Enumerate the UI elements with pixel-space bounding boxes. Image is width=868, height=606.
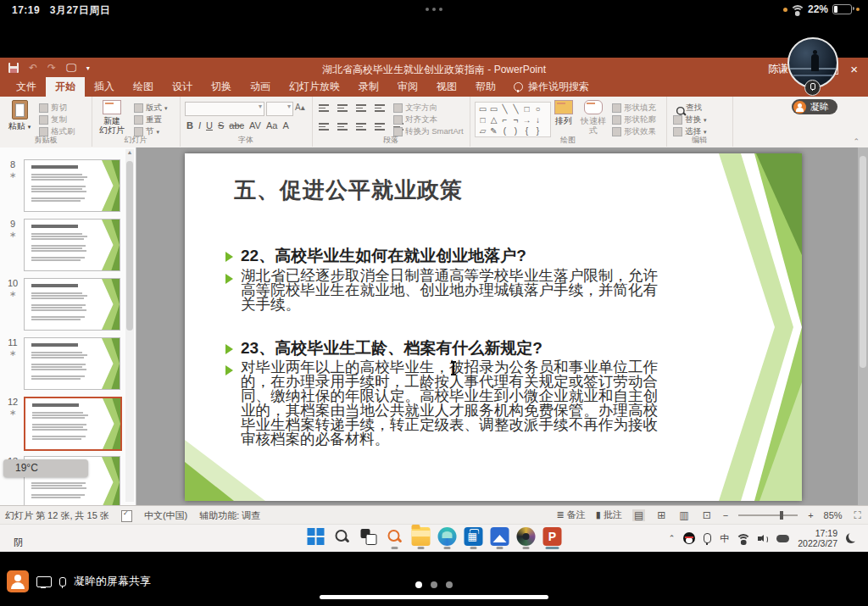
tray-clock[interactable]: 17:192022/3/27 <box>798 528 837 548</box>
redo-icon[interactable]: ↷ <box>47 62 56 74</box>
decrease-indent-icon[interactable] <box>356 104 366 112</box>
tell-me-search[interactable]: 操作说明搜索 <box>505 77 598 97</box>
font-tool-aa[interactable]: Aa <box>266 120 277 131</box>
zoom-slider[interactable] <box>738 514 798 516</box>
text-direction-button[interactable]: 文字方向 <box>393 103 437 114</box>
save-icon[interactable] <box>8 63 19 73</box>
comments-toggle[interactable]: ▮ 批注 <box>596 509 622 521</box>
find-button[interactable]: 查找 <box>673 103 702 114</box>
weather-widget-condition[interactable]: 阴 <box>14 537 23 549</box>
ime-indicator[interactable]: 中 <box>720 532 729 545</box>
bullets-icon[interactable] <box>319 104 329 112</box>
font-tool-s[interactable]: S <box>218 120 224 131</box>
customize-qat-icon[interactable]: ▾ <box>86 64 90 72</box>
slide-sorter-view-icon[interactable]: ⊞ <box>655 509 667 521</box>
numbering-icon[interactable] <box>337 104 348 112</box>
wifi-tray-icon[interactable] <box>737 534 749 543</box>
taskbar-search-icon[interactable] <box>332 527 353 549</box>
tab-审阅[interactable]: 审阅 <box>388 77 427 97</box>
shape-icon[interactable]: □ <box>521 104 532 114</box>
normal-view-icon[interactable]: ▤ <box>632 509 645 521</box>
tab-文件[interactable]: 文件 <box>7 77 46 97</box>
align-text-button[interactable]: 对齐文本 <box>393 114 437 125</box>
slide-thumbnail-8[interactable] <box>24 159 120 212</box>
zoom-out-icon[interactable]: − <box>723 510 728 520</box>
question-23[interactable]: 23、高校毕业生工龄、档案有什么新规定? <box>241 337 542 359</box>
taskbar-powerpoint-icon[interactable]: P <box>542 527 563 549</box>
shape-icon[interactable]: □ <box>477 115 488 125</box>
taskbar-start-icon[interactable] <box>306 527 326 549</box>
taskbar-store-icon[interactable] <box>464 527 484 549</box>
microphone-tray-icon[interactable] <box>704 533 711 543</box>
accessibility-status[interactable]: 辅助功能: 调查 <box>199 509 260 522</box>
copy-button[interactable]: 复制 <box>39 114 67 125</box>
notes-toggle[interactable]: ≣ 备注 <box>556 509 585 521</box>
font-tool-b[interactable]: B <box>186 120 193 131</box>
taskbar-meeting-icon[interactable] <box>490 527 510 549</box>
taskbar-explorer-icon[interactable] <box>411 527 431 549</box>
layout-button[interactable]: 版式 ▾ <box>134 103 168 114</box>
qq-tray-icon[interactable] <box>683 532 695 544</box>
slide-canvas[interactable]: 五、促进公平就业政策 22、高校毕业生如何在就业创业地落户? 湖北省已经逐步取消… <box>185 153 802 501</box>
slide-thumbnail-9[interactable] <box>24 219 120 271</box>
font-tool-u[interactable]: U <box>206 120 213 131</box>
shape-icon[interactable]: ╲ <box>510 104 521 114</box>
share-app-icon[interactable] <box>7 570 29 592</box>
paste-button[interactable]: 粘贴 ▾ <box>5 100 34 131</box>
tab-视图[interactable]: 视图 <box>427 77 466 97</box>
cut-button[interactable]: 剪切 <box>39 103 67 114</box>
tab-开始[interactable]: 开始 <box>46 77 85 97</box>
cloud-tray-icon[interactable] <box>776 535 789 542</box>
arrange-button[interactable]: 排列 <box>551 100 576 125</box>
font-size-combo[interactable] <box>266 102 293 116</box>
tab-动画[interactable]: 动画 <box>241 77 280 97</box>
slide-thumbnail-10[interactable] <box>24 278 120 331</box>
tab-设计[interactable]: 设计 <box>163 77 202 97</box>
tab-幻灯片放映[interactable]: 幻灯片放映 <box>280 77 349 97</box>
tab-插入[interactable]: 插入 <box>85 77 124 97</box>
main-scrollbar[interactable] <box>858 147 868 505</box>
shape-fill-button[interactable]: 形状填充 <box>612 103 656 114</box>
font-tool-av[interactable]: AV <box>249 120 261 131</box>
justify-icon[interactable] <box>375 123 385 131</box>
fit-to-window-icon[interactable]: ⛶ <box>853 509 863 521</box>
shape-icon[interactable]: → <box>521 115 532 125</box>
thumbnail-scrollbar[interactable]: ▲ <box>125 149 134 502</box>
zoom-level[interactable]: 85% <box>824 510 843 520</box>
shape-icon[interactable]: ↓ <box>532 115 543 125</box>
spellcheck-icon[interactable] <box>121 510 132 522</box>
home-indicator[interactable] <box>320 595 548 599</box>
language-indicator[interactable]: 中文(中国) <box>144 509 187 522</box>
align-left-icon[interactable] <box>319 123 329 131</box>
answer-22[interactable]: 湖北省已经逐步取消全日制普通高等学校毕业生落户限制，允许高等院校毕业生在就业地、… <box>241 269 658 312</box>
slide-thumbnail-11[interactable] <box>24 337 120 390</box>
volume-tray-icon[interactable] <box>758 534 768 543</box>
collapse-ribbon-icon[interactable]: ⌃ <box>853 137 860 146</box>
tray-overflow-icon[interactable]: ⌃ <box>669 534 676 542</box>
align-right-icon[interactable] <box>356 123 366 131</box>
tab-绘图[interactable]: 绘图 <box>124 77 163 97</box>
reset-button[interactable]: 重置 <box>134 114 162 125</box>
undo-icon[interactable]: ↶ <box>29 62 37 74</box>
focus-assist-icon[interactable] <box>846 533 856 543</box>
tab-帮助[interactable]: 帮助 <box>466 77 505 97</box>
reading-view-icon[interactable]: ▥ <box>677 509 690 521</box>
slide-title[interactable]: 五、促进公平就业政策 <box>234 175 463 205</box>
shape-icon[interactable]: ╲ <box>499 104 510 114</box>
zoom-in-icon[interactable]: + <box>808 510 813 520</box>
align-center-icon[interactable] <box>337 123 348 131</box>
question-22[interactable]: 22、高校毕业生如何在就业创业地落户? <box>241 245 526 267</box>
shape-icon[interactable]: ○ <box>532 104 543 114</box>
shape-icon[interactable]: △ <box>488 115 499 125</box>
font-tool-abc[interactable]: abc <box>229 120 244 131</box>
shape-icon[interactable]: ¬ <box>510 115 521 125</box>
new-slide-button[interactable]: 新建 幻灯片 <box>95 100 129 135</box>
taskbar-browser-icon[interactable] <box>516 527 537 549</box>
answer-23[interactable]: 对毕业两年以上的高校毕业生，被招录为公务员和事业单位工作的，在办理录用手续时，工… <box>241 360 658 447</box>
grow-font-icon[interactable]: A▴ <box>295 103 305 112</box>
replace-button[interactable]: 替换 ▾ <box>673 114 707 125</box>
tab-录制[interactable]: 录制 <box>349 77 388 97</box>
shape-outline-button[interactable]: 形状轮廓 <box>612 114 656 125</box>
close-window-button[interactable]: × <box>850 64 858 75</box>
shape-icon[interactable]: ⌐ <box>499 115 510 125</box>
